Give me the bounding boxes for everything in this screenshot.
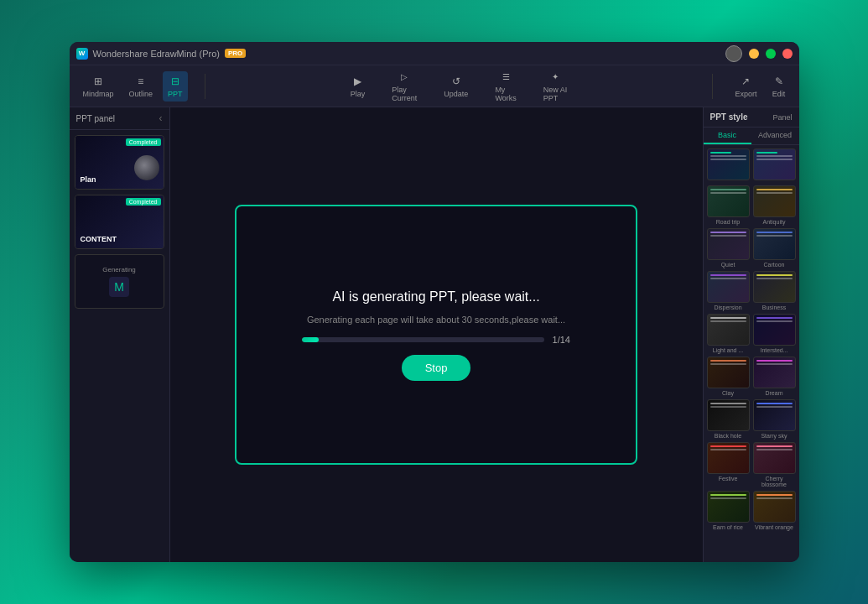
stop-button[interactable]: Stop [402, 355, 471, 381]
export-icon: ↗ [739, 75, 752, 88]
style-name-clay: Clay [707, 390, 750, 396]
toolbar-sep-1 [205, 74, 205, 99]
style-row-7: Black hole Starry sky [707, 399, 796, 439]
new-ai-ppt-label: New AIPPT [543, 86, 568, 102]
generating-label: Generating [102, 266, 136, 273]
style-name-dream: Dream [753, 390, 796, 396]
toolbar-ppt[interactable]: PPT [163, 71, 188, 102]
style-item-starrysky[interactable]: Starry sky [753, 399, 796, 439]
tab-basic[interactable]: Basic [704, 128, 751, 144]
style-item-festive[interactable]: Festive [707, 442, 750, 487]
style-thumb-cherry [753, 442, 796, 474]
outline-icon [134, 75, 148, 88]
play-current-icon: ▷ [398, 70, 411, 84]
slide-bg-1: Completed Plan [75, 136, 164, 189]
toolbar-play[interactable]: ▶ Play [346, 71, 371, 102]
ppt-style-title: PPT style [710, 112, 748, 122]
play-current-label: PlayCurrent [392, 86, 417, 102]
ppt-icon [169, 75, 182, 88]
style-name-light: Light and ... [707, 347, 750, 353]
progress-bar-fill [302, 337, 319, 342]
outline-label: Outline [129, 90, 153, 98]
slide-thumbnails: Completed Plan Completed [70, 130, 169, 314]
style-grid: Road trip Antiquity Qui [704, 145, 799, 534]
mindmap-icon [91, 75, 105, 88]
edit-icon: ✎ [772, 75, 786, 88]
edit-label: Edit [772, 90, 786, 98]
slide-bg-2: Completed CONTENT [75, 195, 164, 248]
style-item-default1[interactable] [707, 148, 750, 182]
avatar [725, 45, 742, 62]
gen-subtitle: Generating each page will take about 30 … [307, 315, 565, 325]
style-item-road-trip[interactable]: Road trip [707, 185, 750, 225]
style-item-cartoon[interactable]: Cartoon [753, 228, 796, 268]
gen-title: AI is generating PPT, please wait... [332, 289, 539, 305]
style-item-vibrant[interactable]: Vibrant orange [753, 491, 796, 530]
toolbar-edit[interactable]: ✎ Edit [767, 71, 791, 102]
style-item-business[interactable]: Business [753, 271, 796, 310]
maximize-button[interactable] [766, 49, 776, 59]
toolbar-my-works[interactable]: ☰ MyWorks [490, 67, 521, 106]
minimize-button[interactable] [749, 49, 759, 59]
style-item-dream[interactable]: Dream [753, 357, 796, 396]
style-name-vibrant: Vibrant orange [753, 524, 796, 530]
style-name-cherry: Cherry blossome [753, 476, 796, 487]
title-bar-right [725, 45, 793, 62]
slide-title-1: Plan [81, 175, 96, 184]
toolbar-mindmap[interactable]: Mindmap [78, 71, 119, 102]
slide-thumb-1[interactable]: Completed Plan [75, 135, 164, 190]
panel-header: PPT panel ‹ [70, 107, 169, 130]
style-item-dispersion[interactable]: Dispersion [707, 271, 750, 310]
style-thumb-antiquity [753, 185, 796, 217]
style-row-8: Festive Cherry blossome [707, 442, 796, 487]
style-thumb-business [753, 271, 796, 303]
style-row-1 [707, 148, 796, 182]
app-icon: W [76, 48, 88, 60]
title-bar-left: W Wondershare EdrawMind (Pro) PRO [76, 48, 247, 60]
style-thumb-blackhole [707, 399, 750, 431]
style-thumb-earnrice [707, 491, 750, 523]
style-item-default2[interactable] [753, 148, 796, 182]
style-thumb-festive [707, 442, 750, 474]
toolbar-new-ai-ppt[interactable]: ✦ New AIPPT [538, 67, 573, 106]
style-name-starrysky: Starry sky [753, 433, 796, 439]
style-item-cherry[interactable]: Cherry blossome [753, 442, 796, 487]
progress-row: 1/14 [302, 335, 570, 345]
panel-toggle-button[interactable]: Panel [772, 113, 792, 122]
app-title: Wondershare EdrawMind (Pro) [93, 49, 220, 59]
update-label: Update [444, 90, 468, 98]
style-name-blackhole: Black hole [707, 433, 750, 439]
toolbar-group-view: Mindmap Outline PPT [78, 71, 188, 102]
toolbar-sep-2 [712, 74, 713, 99]
toolbar-update[interactable]: ↺ Update [439, 71, 473, 102]
style-row-9: Earn of rice Vibrant orange [707, 491, 796, 530]
style-name-earnrice: Earn of rice [707, 524, 750, 530]
style-item-quiet[interactable]: Quiet [707, 228, 750, 268]
style-name-interstellar: Intersted... [753, 347, 796, 353]
app-window: W Wondershare EdrawMind (Pro) PRO Mindma… [70, 42, 799, 562]
play-icon: ▶ [351, 75, 365, 88]
close-button[interactable] [782, 49, 793, 59]
main-content: PPT panel ‹ Completed Plan Completed [70, 107, 799, 562]
progress-text: 1/14 [553, 335, 570, 345]
toolbar-right: ↗ Export ✎ Edit [730, 71, 790, 102]
style-row-3: Quiet Cartoon [707, 228, 796, 268]
style-item-earnrice[interactable]: Earn of rice [707, 491, 750, 530]
tab-advanced[interactable]: Advanced [751, 128, 799, 144]
slide-thumb-2[interactable]: Completed CONTENT [75, 195, 164, 249]
panel-collapse-button[interactable]: ‹ [159, 112, 163, 124]
style-thumb-light [707, 314, 750, 346]
style-item-clay[interactable]: Clay [707, 357, 750, 396]
style-item-light[interactable]: Light and ... [707, 314, 750, 353]
style-item-interstellar[interactable]: Intersted... [753, 314, 796, 353]
left-panel: PPT panel ‹ Completed Plan Completed [70, 107, 170, 562]
style-thumb-dispersion [707, 271, 750, 303]
style-item-blackhole[interactable]: Black hole [707, 399, 750, 439]
style-item-antiquity[interactable]: Antiquity [753, 185, 796, 225]
toolbar-outline[interactable]: Outline [124, 71, 159, 102]
toolbar-play-current[interactable]: ▷ PlayCurrent [387, 67, 422, 106]
style-thumb-default1 [707, 148, 750, 180]
slide-thumb-3: Generating M [75, 254, 164, 309]
style-name-cartoon: Cartoon [753, 262, 796, 268]
toolbar-export[interactable]: ↗ Export [730, 71, 761, 102]
